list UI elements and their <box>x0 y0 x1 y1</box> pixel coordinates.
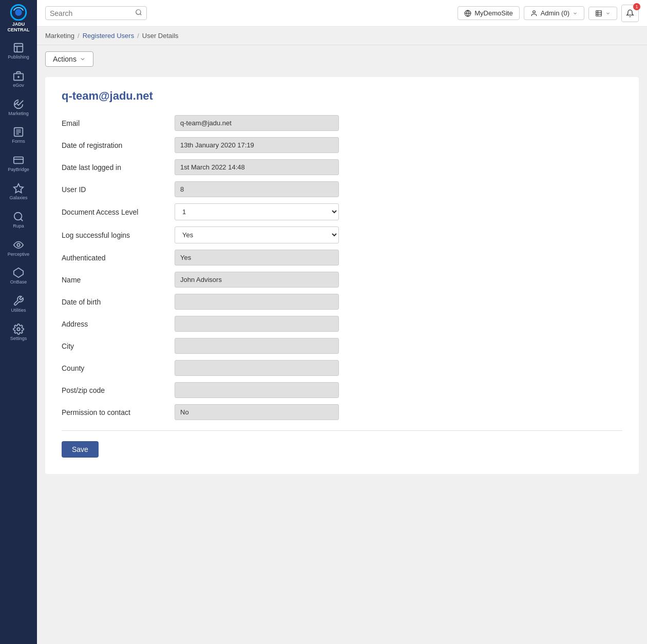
notification-button[interactable]: 1 <box>621 5 639 22</box>
sidebar-item-onbase[interactable]: OnBase <box>0 262 37 290</box>
svg-rect-12 <box>14 157 23 164</box>
svg-point-1 <box>15 9 22 16</box>
sidebar-item-label-marketing: Marketing <box>8 111 29 117</box>
sidebar: JADUCENTRAL Publishing eGov Marketing Fo… <box>0 0 37 644</box>
sidebar-item-forms[interactable]: Forms <box>0 121 37 149</box>
sidebar-logo: JADUCENTRAL <box>0 0 37 37</box>
svg-marker-18 <box>14 268 23 277</box>
address-label: Address <box>62 320 175 328</box>
name-input[interactable] <box>175 272 339 288</box>
galaxies-icon <box>13 183 24 194</box>
county-label: County <box>62 364 175 372</box>
authenticated-row: Authenticated <box>62 250 622 266</box>
user-id-input[interactable] <box>175 181 339 197</box>
date-last-logged-label: Date last logged in <box>62 163 175 172</box>
sidebar-item-label-paybridge: PayBridge <box>8 167 29 173</box>
user-id-row: User ID <box>62 181 622 197</box>
log-logins-select[interactable]: Yes No <box>175 226 339 243</box>
sidebar-item-galaxies[interactable]: Galaxies <box>0 178 37 206</box>
svg-point-17 <box>17 243 20 247</box>
sidebar-item-perceptive[interactable]: Perceptive <box>0 234 37 262</box>
date-registration-label: Date of registration <box>62 141 175 149</box>
sidebar-item-egov[interactable]: eGov <box>0 65 37 93</box>
address-row: Address <box>62 316 622 332</box>
sidebar-logo-text: JADUCENTRAL <box>8 22 30 33</box>
form-divider <box>62 430 622 431</box>
breadcrumb-sep-1: / <box>78 32 80 40</box>
actions-bar: Actions <box>37 45 647 73</box>
svg-point-15 <box>14 213 22 220</box>
sidebar-item-label-egov: eGov <box>13 83 24 88</box>
dob-field <box>175 294 339 310</box>
log-logins-label: Log successful logins <box>62 231 175 239</box>
city-row: City <box>62 338 622 354</box>
settings-icon <box>13 324 24 335</box>
svg-point-24 <box>532 10 535 13</box>
breadcrumb-sep-2: / <box>137 32 139 40</box>
authenticated-field <box>175 250 339 266</box>
user-id-label: User ID <box>62 185 175 194</box>
email-row: Email <box>62 115 622 131</box>
view-toggle-button[interactable] <box>588 7 617 20</box>
postzip-row: Post/zip code <box>62 382 622 398</box>
date-registration-input[interactable] <box>175 137 339 153</box>
date-last-logged-row: Date last logged in <box>62 159 622 175</box>
county-input[interactable] <box>175 360 339 376</box>
email-input[interactable] <box>175 115 339 131</box>
form-card: q-team@jadu.net Email Date of registrati… <box>45 77 639 474</box>
svg-point-20 <box>136 10 141 14</box>
doc-access-field: 1 2 3 4 5 <box>175 203 339 220</box>
save-button[interactable]: Save <box>62 441 99 458</box>
county-field <box>175 360 339 376</box>
globe-icon <box>464 10 471 17</box>
actions-button[interactable]: Actions <box>45 51 93 67</box>
user-icon <box>530 10 538 17</box>
paybridge-icon <box>13 155 24 166</box>
chevron-down-icon-2 <box>605 11 611 16</box>
sidebar-item-paybridge[interactable]: PayBridge <box>0 149 37 178</box>
main-wrapper: MyDemoSite Admin (0) 1 Marketing / Regis… <box>37 0 647 644</box>
doc-access-select[interactable]: 1 2 3 4 5 <box>175 203 339 220</box>
postzip-label: Post/zip code <box>62 386 175 394</box>
actions-chevron-icon <box>80 56 86 62</box>
sidebar-item-publishing[interactable]: Publishing <box>0 37 37 65</box>
city-input[interactable] <box>175 338 339 354</box>
form-title: q-team@jadu.net <box>62 89 622 103</box>
authenticated-input[interactable] <box>175 250 339 266</box>
email-label: Email <box>62 119 175 127</box>
forms-icon <box>13 126 24 138</box>
address-field <box>175 316 339 332</box>
sidebar-item-marketing[interactable]: Marketing <box>0 93 37 122</box>
sidebar-item-rupa[interactable]: Rupa <box>0 206 37 234</box>
dob-input[interactable] <box>175 294 339 310</box>
marketing-icon <box>13 99 24 110</box>
postzip-input[interactable] <box>175 382 339 398</box>
perceptive-icon <box>13 239 24 251</box>
address-input[interactable] <box>175 316 339 332</box>
user-id-field <box>175 181 339 197</box>
city-field <box>175 338 339 354</box>
sidebar-item-utilities[interactable]: Utilities <box>0 290 37 318</box>
sidebar-item-label-rupa: Rupa <box>13 223 24 229</box>
permission-input[interactable] <box>175 404 339 420</box>
svg-rect-2 <box>14 44 23 52</box>
search-input[interactable] <box>50 9 132 17</box>
breadcrumb-registered-users[interactable]: Registered Users <box>83 32 134 40</box>
my-demo-site-label: MyDemoSite <box>474 9 512 17</box>
authenticated-label: Authenticated <box>62 254 175 262</box>
postzip-field <box>175 382 339 398</box>
name-field <box>175 272 339 288</box>
search-box[interactable] <box>45 6 147 20</box>
my-demo-site-button[interactable]: MyDemoSite <box>458 6 519 20</box>
sidebar-item-label-publishing: Publishing <box>8 54 29 60</box>
date-last-logged-input[interactable] <box>175 159 339 175</box>
name-label: Name <box>62 276 175 284</box>
dob-label: Date of birth <box>62 298 175 306</box>
onbase-icon <box>13 267 24 278</box>
sidebar-item-settings[interactable]: Settings <box>0 318 37 347</box>
admin-button[interactable]: Admin (0) <box>524 6 584 20</box>
breadcrumb-user-details: User Details <box>142 32 179 40</box>
actions-label: Actions <box>53 55 77 63</box>
rupa-icon <box>13 211 24 222</box>
topbar-right: MyDemoSite Admin (0) 1 <box>458 5 639 22</box>
